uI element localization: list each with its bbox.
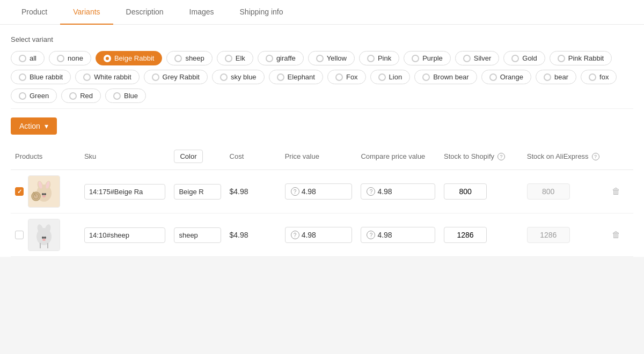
price-cell-0: ?4.98 [281,170,357,213]
delete-button-0[interactable]: 🗑 [610,185,623,198]
tab-images[interactable]: Images [177,0,227,25]
col-stock-shopify-label: Stock to Shopify [444,152,494,160]
svg-point-6 [42,193,44,195]
variant-option-white-rabbit[interactable]: White rabbit [75,70,139,84]
stock-shopify-input-1[interactable] [444,227,487,243]
stock-ali-info-icon: ? [592,153,599,160]
question-icon-compare-1: ? [367,231,375,239]
delete-cell-0: 🗑 [605,170,633,213]
products-cell-0 [11,170,80,213]
variant-option-pink[interactable]: Pink [359,51,399,65]
table-header: Products Sku Color Cost [11,143,633,170]
variant-label-grey-rabbit: Grey Rabbit [163,73,200,81]
product-cell-1 [15,219,76,251]
radio-circle-elk [225,55,232,62]
radio-circle-silver [463,55,471,62]
radio-circle-blue-rabbit [19,73,26,81]
variant-option-beige-rabbit[interactable]: Beige Rabbit [96,51,162,65]
variant-option-all[interactable]: all [11,51,45,65]
stock-ali-cell-0: 800 [523,170,606,213]
radio-circle-brown-bear [422,73,430,81]
variant-option-sky-blue[interactable]: sky blue [212,70,265,84]
variant-option-blue[interactable]: Blue [105,88,146,103]
variant-option-fox-v[interactable]: Fox [327,70,366,84]
col-sku: Sku [80,143,170,170]
color-filter-button[interactable]: Color [174,150,202,163]
radio-circle-pink-rabbit [558,55,565,62]
variant-label-pink-rabbit: Pink Rabbit [568,54,604,62]
radio-circle-elephant [277,73,284,81]
variant-option-orange[interactable]: Orange [481,70,531,84]
variant-option-lion[interactable]: Lion [370,70,411,84]
stock-ali-value-1: 1286 [527,227,570,243]
compare-cell-1: ?4.98 [356,213,440,257]
variant-option-bear[interactable]: bear [536,70,576,84]
delete-button-1[interactable]: 🗑 [610,228,623,242]
variant-option-red[interactable]: Red [61,88,101,103]
variant-label-giraffe: giraffe [276,54,296,62]
col-stock-ali-label: Stock on AliExpress [527,152,589,160]
variant-option-none[interactable]: none [49,51,91,65]
variant-label-elk: Elk [236,54,245,62]
variant-option-brown-bear[interactable]: Brown bear [414,70,477,84]
products-table-section: Products Sku Color Cost [11,143,633,257]
variant-option-silver[interactable]: Silver [455,51,500,65]
cost-value-1: $4.98 [230,231,248,239]
variant-option-grey-rabbit[interactable]: Grey Rabbit [144,70,208,84]
variant-label-brown-bear: Brown bear [433,73,469,81]
compare-value-1: 4.98 [377,231,392,239]
variant-option-elk[interactable]: Elk [217,51,253,65]
price-value-1: 4.98 [302,231,316,239]
variant-option-green[interactable]: Green [11,88,57,103]
variant-label-yellow: Yellow [327,54,347,62]
variant-option-sheep[interactable]: sheep [166,51,212,65]
variant-label-silver: Silver [474,54,492,62]
col-stock-ali: Stock on AliExpress ? [523,143,606,170]
col-cost: Cost [225,143,281,170]
row-checkbox-0[interactable] [15,187,24,196]
col-cost-label: Cost [230,152,244,160]
row-checkbox-1[interactable] [15,231,24,239]
variant-option-pink-rabbit[interactable]: Pink Rabbit [550,51,612,65]
variant-option-yellow[interactable]: Yellow [308,51,355,65]
table-body: $4.98?4.98?4.98800🗑 $4.98?4.98?4.981286🗑 [11,170,633,257]
variant-label-green: Green [30,92,49,100]
color-input-0[interactable] [174,184,221,200]
tab-shipping[interactable]: Shipping info [227,0,296,25]
radio-circle-white-rabbit [83,73,91,81]
sku-input-1[interactable] [84,227,166,243]
action-button-label: Action [19,122,40,130]
tab-bar: ProductVariantsDescriptionImagesShipping… [0,0,644,25]
product-thumbnail-0 [28,175,60,208]
radio-circle-all [19,55,26,62]
tab-product[interactable]: Product [9,0,60,25]
col-color: Color [170,143,225,170]
compare-value-0: 4.98 [377,187,392,196]
question-icon-compare-0: ? [367,187,375,196]
action-bar: Action ▾ [11,108,633,143]
tab-description[interactable]: Description [113,0,177,25]
stock-shopify-input-0[interactable] [444,183,487,200]
compare-cell-0: ?4.98 [356,170,440,213]
sku-input-0[interactable] [84,184,166,200]
variant-option-gold[interactable]: Gold [503,51,545,65]
variant-option-fox[interactable]: fox [581,70,617,84]
variant-option-elephant[interactable]: Elephant [269,70,323,84]
stock-shopify-cell-1 [440,213,523,257]
radio-circle-fox-v [335,73,343,81]
variant-option-giraffe[interactable]: giraffe [258,51,304,65]
color-input-1[interactable] [174,227,221,243]
products-cell-1 [11,213,80,257]
table-wrapper: Products Sku Color Cost [11,143,633,257]
variant-option-blue-rabbit[interactable]: Blue rabbit [11,70,71,84]
tab-variants[interactable]: Variants [60,0,113,25]
variant-label-white-rabbit: White rabbit [94,73,131,81]
tabs-container: ProductVariantsDescriptionImagesShipping… [0,0,644,25]
variant-label-blue-rabbit: Blue rabbit [30,73,63,81]
variant-option-purple[interactable]: Purple [404,51,451,65]
radio-circle-none [57,55,64,62]
col-stock-shopify: Stock to Shopify ? [440,143,523,170]
col-price-label: Price value [285,152,319,160]
action-button[interactable]: Action ▾ [11,117,57,135]
delete-cell-1: 🗑 [605,213,633,257]
